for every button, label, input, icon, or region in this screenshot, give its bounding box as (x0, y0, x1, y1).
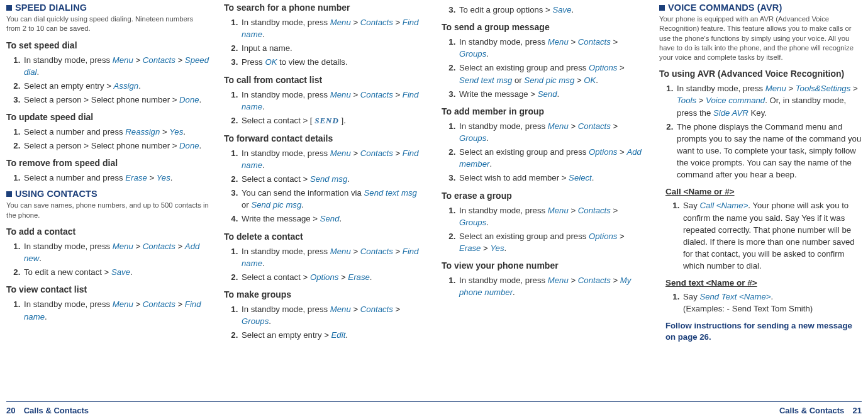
keyword-erase: Erase (348, 272, 369, 282)
list-item: The phone displays the Command menu and … (676, 121, 862, 181)
keyword-send-text-name: Send Text <Name> (699, 292, 771, 301)
column-1: SPEED DIALING You can dial quickly using… (6, 3, 209, 388)
list-item: In standby mode, press Menu > Contacts >… (240, 147, 426, 171)
keyword-contacts: Contacts (143, 242, 175, 251)
footer-right: Calls & Contacts 21 (776, 406, 862, 415)
keyword-select: Select (569, 173, 592, 182)
keyword-send-pic-msg: Send pic msg (251, 200, 301, 210)
subheading-add-contact: To add a contact (6, 226, 209, 237)
keyword-contacts: Contacts (143, 299, 175, 309)
list-item: In standby mode, press Menu > Contacts >… (23, 54, 209, 78)
list-item: Select an existing group and press Optio… (458, 230, 644, 254)
text: or (242, 200, 251, 210)
page-number-left: 20 (6, 406, 15, 415)
keyword-tools-settings: Tools&Settings (796, 84, 850, 93)
keyword-contacts: Contacts (578, 121, 611, 131)
subheading-send-group-message: To send a group message (442, 22, 644, 32)
text: ]. (339, 116, 346, 125)
keyword-contacts: Contacts (360, 90, 393, 99)
keyword-menu: Menu (113, 55, 133, 65)
keyword-menu: Menu (765, 84, 786, 93)
keyword-groups: Groups (459, 218, 486, 227)
text: You can send the information via (242, 188, 364, 198)
keyword-menu: Menu (548, 206, 569, 215)
keyword-ok: OK (584, 75, 596, 85)
section-title-using-contacts: USING CONTACTS (6, 189, 209, 199)
text: (Examples: - Send Text Tom Smith) (683, 304, 813, 313)
subheading-call-from-contact-list: To call from contact list (224, 75, 426, 85)
footer-section-left: Calls & Contacts (24, 406, 89, 415)
list-item: Select a person > Select phone number > … (23, 140, 209, 152)
footer-section-right: Calls & Contacts (779, 406, 844, 415)
text: In standby mode, press (24, 299, 113, 309)
section-title-text: USING CONTACTS (15, 189, 97, 199)
keyword-edit: Edit (331, 330, 346, 340)
keyword-contacts: Contacts (143, 55, 175, 65)
text: In standby mode, press (242, 148, 330, 158)
list-item: In standby mode, press Menu > Contacts >… (240, 89, 426, 113)
keyword-send-text-msg: Send text msg (364, 188, 417, 198)
keyword-options: Options (589, 232, 617, 241)
text: Select a person > Select phone number > (24, 95, 179, 104)
subheading-search-phone-number: To search for a phone number (224, 3, 426, 13)
section-title-speed-dialing: SPEED DIALING (6, 3, 209, 13)
list-item: Press OK to view the details. (240, 56, 426, 68)
list-item: In standby mode, press Menu > Contacts >… (458, 204, 644, 228)
keyword-voice-command: Voice command (706, 96, 765, 105)
list-item: Select an existing group and press Optio… (458, 146, 644, 170)
page-number-right: 21 (853, 406, 862, 415)
list-item: In standby mode, press Menu > Contacts >… (240, 303, 426, 327)
keyword-menu: Menu (330, 247, 351, 256)
keyword-call-name: Call <Name> (699, 201, 748, 210)
text: In standby mode, press (24, 55, 113, 65)
keyword-done: Done (179, 95, 199, 104)
section-desc: You can save names, phone numbers, and u… (6, 201, 209, 220)
subheading-add-member-in-group: To add member in group (442, 106, 644, 116)
subheading-view-contact-list: To view contact list (6, 284, 209, 294)
list-item: To edit a new contact > Save. (23, 266, 209, 278)
list-item: Write the message > Send. (458, 88, 644, 100)
ordered-list: Say Call <Name>. Your phone will ask you… (665, 199, 862, 272)
text: In standby mode, press (242, 90, 330, 99)
ordered-list: In standby mode, press Menu > Contacts >… (224, 89, 426, 127)
list-item: In standby mode, press Menu > Contacts >… (240, 16, 426, 40)
ordered-list: In standby mode, press Menu > Contacts >… (442, 274, 644, 298)
keyword-menu: Menu (330, 90, 351, 99)
list-item: Select a contact > Send msg. (240, 173, 426, 185)
text: Select a number and press (24, 127, 125, 137)
subheading-forward-contact-details: To forward contact details (224, 133, 426, 143)
page-footer: 20 Calls & Contacts Calls & Contacts 21 (6, 401, 862, 415)
keyword-groups: Groups (459, 133, 486, 143)
subheading-make-groups: To make groups (224, 289, 426, 299)
subheading-send-text-name: Send text <Name or #> (665, 278, 862, 288)
list-item: In standby mode, press Menu > Contacts >… (458, 36, 644, 60)
text: In standby mode, press (242, 247, 330, 256)
text: Say (683, 292, 699, 301)
list-item: Input a name. (240, 42, 426, 54)
ordered-list: In standby mode, press Menu > Contacts >… (224, 303, 426, 341)
keyword-menu: Menu (330, 18, 351, 27)
subheading-set-speed-dial: To set speed dial (6, 40, 209, 50)
text: Select an empty entry > (242, 330, 331, 340)
ordered-list: Select a number and press Erase > Yes. (6, 172, 209, 184)
text: to view the details. (277, 57, 347, 67)
text: . Your phone will ask you to confirm the… (683, 201, 855, 271)
keyword-yes: Yes (157, 173, 170, 182)
text: In standby mode, press (459, 37, 548, 47)
subheading-update-speed-dial: To update speed dial (6, 112, 209, 122)
text: . (771, 292, 774, 301)
text: Select a contact > (242, 174, 310, 184)
text: In standby mode, press (677, 84, 765, 93)
keyword-menu: Menu (548, 276, 569, 285)
keyword-contacts: Contacts (360, 304, 393, 314)
text: Write the message > (459, 89, 538, 99)
text: In standby mode, press (459, 121, 548, 131)
text: Select wish to add member > (459, 173, 569, 182)
ordered-list: In standby mode, press Menu > Contacts >… (6, 54, 209, 106)
ordered-list: In standby mode, press Menu > Contacts >… (6, 298, 209, 322)
ordered-list: In standby mode, press Menu > Contacts >… (442, 36, 644, 100)
keyword-menu: Menu (330, 148, 351, 158)
text: Select an empty entry > (24, 81, 114, 91)
section-desc: Your phone is equipped with an AVR (Adva… (659, 14, 862, 62)
ordered-list: In standby mode, press Menu > Contacts >… (442, 204, 644, 255)
